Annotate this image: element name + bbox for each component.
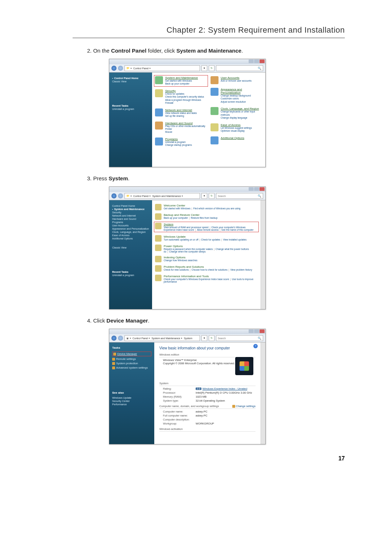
task-advanced-system-settings[interactable]: Advanced system settings bbox=[112, 366, 151, 369]
close-button[interactable] bbox=[260, 59, 265, 63]
category-clock-language-and-region[interactable]: Clock, Language, and RegionChange keyboa… bbox=[211, 107, 262, 119]
minimize-button[interactable] bbox=[249, 59, 254, 63]
category-sublink[interactable]: Change startup programs bbox=[165, 144, 192, 147]
sidebar-home[interactable]: •Control Panel Home bbox=[112, 77, 149, 79]
sidebar-item[interactable]: •System and Maintenance bbox=[112, 208, 149, 210]
breadcrumb-dropdown[interactable]: ▾ bbox=[201, 335, 207, 341]
task-remote-settings[interactable]: Remote settings bbox=[112, 357, 151, 361]
sidebar-item[interactable]: Clock, Language, and Region bbox=[112, 231, 149, 233]
sidebar-item[interactable]: Appearance and Personalization bbox=[112, 227, 149, 230]
category-sublink[interactable]: Optimize visual display bbox=[221, 130, 252, 132]
sm-item-power-options[interactable]: Power OptionsRequire a password when the… bbox=[155, 245, 258, 253]
maximize-button[interactable] bbox=[254, 59, 259, 63]
category-hardware-and-sound[interactable]: Hardware and SoundPlay CDs or other medi… bbox=[155, 122, 207, 134]
maximize-button[interactable] bbox=[254, 187, 259, 191]
breadcrumb-dropdown[interactable]: ▾ bbox=[201, 193, 207, 199]
category-system-and-maintenance[interactable]: System and MaintenanceGet started with W… bbox=[154, 75, 208, 87]
category-additional-options[interactable]: Additional Options bbox=[211, 136, 262, 144]
category-title[interactable]: User Accounts bbox=[221, 76, 252, 79]
sidebar-item[interactable]: Programs bbox=[112, 221, 149, 223]
refresh-button[interactable]: ↻ bbox=[209, 335, 215, 341]
see-also-link[interactable]: Security Center bbox=[112, 400, 151, 402]
search-input[interactable]: Search🔍 bbox=[216, 193, 263, 199]
category-appearance-and-personalization[interactable]: Appearance and PersonalizationChange des… bbox=[211, 88, 262, 103]
item-title[interactable]: Backup and Restore Center bbox=[164, 213, 217, 217]
sm-item-welcome-center[interactable]: Welcome CenterGet started with Windows|F… bbox=[155, 204, 258, 210]
item-title[interactable]: Windows Update bbox=[164, 235, 246, 238]
category-title[interactable]: Clock, Language, and Region bbox=[221, 107, 262, 110]
category-sublink[interactable]: Change display language bbox=[221, 116, 262, 119]
category-sublink[interactable]: Add or remove user accounts bbox=[221, 79, 252, 82]
category-ease-of-access[interactable]: Ease of AccessLet Windows suggest settin… bbox=[211, 123, 262, 133]
breadcrumb[interactable]: 📁 ▸ Control Panel ▸ System and Maintenan… bbox=[124, 193, 200, 199]
category-network-and-internet[interactable]: Network and InternetView network status … bbox=[155, 108, 207, 118]
category-sublink[interactable]: Change keyboards or other input methods bbox=[221, 110, 262, 116]
sidebar-item[interactable]: Security bbox=[112, 211, 149, 214]
category-sublink[interactable]: Get started with Windows bbox=[165, 79, 198, 82]
sm-item-system[interactable]: SystemView amount of RAM and processor s… bbox=[154, 222, 259, 232]
sidebar-item[interactable]: Hardware and Sound bbox=[112, 218, 149, 220]
sidebar-item[interactable]: Network and Internet bbox=[112, 214, 149, 217]
category-sublink[interactable]: Set up file sharing bbox=[165, 115, 197, 118]
search-input[interactable]: 🔍 bbox=[216, 65, 263, 71]
change-settings-link[interactable]: Change settings bbox=[232, 405, 256, 408]
minimize-button[interactable] bbox=[249, 187, 254, 191]
item-title[interactable]: Welcome Center bbox=[164, 204, 240, 207]
item-title[interactable]: Indexing Options bbox=[164, 256, 197, 259]
sidebar-classic-view[interactable]: Classic View bbox=[112, 80, 149, 83]
sm-item-performance-information-and-tools[interactable]: Performance Information and ToolsCheck y… bbox=[155, 275, 258, 283]
sidebar-item[interactable]: User Accounts bbox=[112, 224, 149, 227]
category-sublink[interactable]: Allow a program through Windows Firewall bbox=[165, 99, 207, 105]
category-sublink[interactable]: Uninstall a program bbox=[165, 141, 192, 144]
category-sublink[interactable]: Change desktop background bbox=[221, 94, 262, 97]
forward-button[interactable] bbox=[118, 66, 123, 71]
task-device-manager[interactable]: Device Manager bbox=[112, 352, 151, 356]
sm-item-backup-and-restore-center[interactable]: Backup and Restore CenterBack up your co… bbox=[155, 213, 258, 220]
task-system-protection[interactable]: System protection bbox=[112, 362, 151, 365]
see-also-link[interactable]: Windows Update bbox=[112, 397, 151, 399]
back-button[interactable] bbox=[111, 336, 117, 341]
forward-button[interactable] bbox=[118, 336, 123, 341]
refresh-button[interactable]: ↻ bbox=[209, 193, 215, 199]
category-title[interactable]: Appearance and Personalization bbox=[221, 88, 262, 94]
category-user-accounts[interactable]: User AccountsAdd or remove user accounts bbox=[211, 76, 262, 84]
category-sublink[interactable]: Printer bbox=[165, 128, 205, 131]
item-title[interactable]: Performance Information and Tools bbox=[164, 275, 258, 278]
sm-item-indexing-options[interactable]: Indexing OptionsChange how Windows searc… bbox=[155, 256, 258, 262]
forward-button[interactable] bbox=[118, 193, 123, 198]
item-title[interactable]: Problem Reports and Solutions bbox=[164, 265, 252, 268]
back-button[interactable] bbox=[111, 193, 117, 198]
sidebar-item[interactable]: Additional Options bbox=[112, 237, 149, 240]
search-input[interactable]: Search🔍 bbox=[216, 335, 263, 341]
category-title[interactable]: Additional Options bbox=[221, 136, 244, 140]
category-sublink[interactable]: Check this computer's security status bbox=[165, 95, 207, 98]
item-sublinks[interactable]: Change how Windows searches bbox=[164, 259, 197, 262]
category-title[interactable]: Programs bbox=[165, 138, 192, 141]
item-sublinks[interactable]: Get started with Windows|Find which vers… bbox=[164, 207, 240, 210]
item-sublinks[interactable]: Turn automatic updating on or off|Check … bbox=[164, 238, 246, 241]
breadcrumb-dropdown[interactable]: ▾ bbox=[201, 65, 207, 71]
item-sublinks[interactable]: Check for new solutions|Choose how to ch… bbox=[164, 268, 252, 271]
recent-task-item[interactable]: Uninstall a program bbox=[112, 274, 149, 276]
category-title[interactable]: Hardware and Sound bbox=[165, 122, 205, 125]
category-sublink[interactable]: Play CDs or other media automatically bbox=[165, 125, 205, 128]
sm-item-windows-update[interactable]: Windows UpdateTurn automatic updating on… bbox=[155, 235, 258, 242]
see-also-link[interactable]: Performance bbox=[112, 403, 151, 406]
category-title[interactable]: Security bbox=[165, 89, 207, 93]
close-button[interactable] bbox=[260, 187, 265, 191]
item-title[interactable]: System bbox=[164, 223, 258, 226]
category-sublink[interactable]: Mouse bbox=[165, 131, 205, 134]
item-sublinks[interactable]: Require a password when the computer wak… bbox=[164, 248, 258, 253]
back-button[interactable] bbox=[111, 66, 117, 71]
item-sublinks[interactable]: Back up your computer|Restore files from… bbox=[164, 217, 217, 219]
item-title[interactable]: Power Options bbox=[164, 245, 258, 248]
category-sublink[interactable]: Check for updates bbox=[165, 93, 207, 95]
category-sublink[interactable]: Customize colors bbox=[221, 97, 262, 100]
category-sublink[interactable]: Back up your computer bbox=[165, 82, 198, 85]
refresh-button[interactable]: ↻ bbox=[209, 65, 215, 71]
category-title[interactable]: Network and Internet bbox=[165, 108, 197, 112]
item-sublinks[interactable]: Check your computer's Windows Experience… bbox=[164, 278, 258, 283]
scrollbar[interactable] bbox=[261, 200, 265, 309]
sidebar-item[interactable]: Ease of Access bbox=[112, 234, 149, 237]
recent-task-item[interactable]: Uninstall a program bbox=[112, 108, 149, 110]
